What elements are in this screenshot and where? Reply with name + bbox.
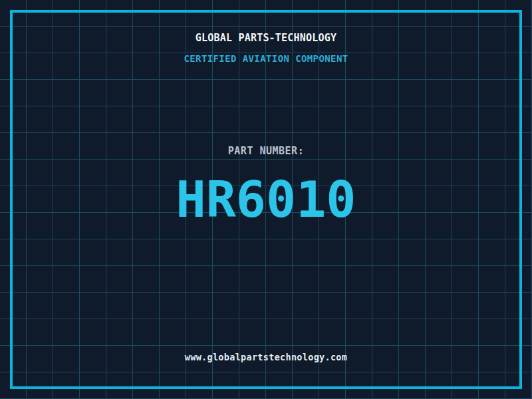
part-number-value: HR6010: [0, 175, 532, 225]
brand-title: GLOBAL PARTS-TECHNOLOGY: [0, 33, 532, 43]
part-number-label: PART NUMBER:: [0, 146, 532, 156]
placard-background: GLOBAL PARTS-TECHNOLOGY CERTIFIED AVIATI…: [0, 0, 532, 399]
website-url: www.globalpartstechnology.com: [0, 352, 532, 362]
brand-subtitle: CERTIFIED AVIATION COMPONENT: [0, 53, 532, 64]
